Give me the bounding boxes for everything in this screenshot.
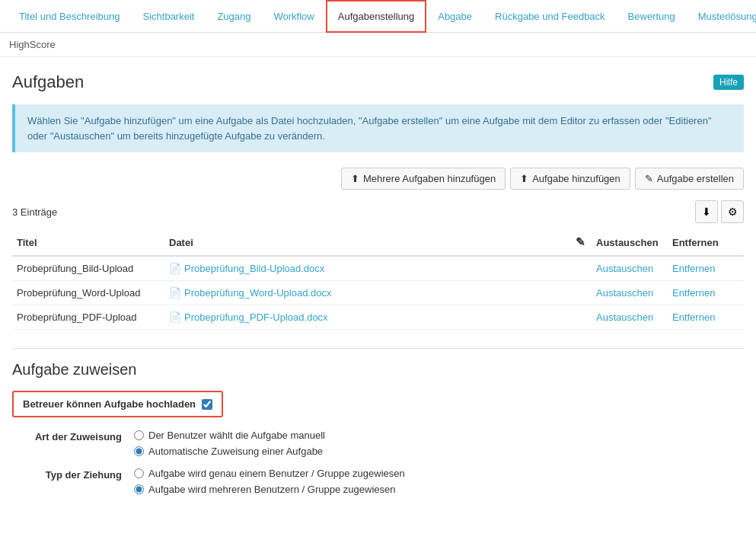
assign-title: Aufgabe zuweisen (12, 361, 744, 379)
tab-aufgabenstellung[interactable]: Aufgabenstellung (326, 0, 426, 33)
settings-button[interactable]: ⚙ (721, 200, 744, 223)
tab-workflow[interactable]: Workflow (263, 1, 326, 32)
typ-options: Aufgabe wird genau einem Benutzer / Grup… (134, 468, 405, 495)
betreuer-checkbox-row: Betreuer können Aufgabe hochladen (12, 391, 223, 417)
entfernen-link-2[interactable]: Entfernen (672, 312, 715, 323)
typ-ziehung-group: Typ der Ziehung Aufgabe wird genau einem… (12, 468, 744, 495)
typ-radio-single[interactable] (134, 468, 144, 478)
table-icon-buttons: ⬇ ⚙ (695, 200, 744, 223)
subnav-label: HighScore (9, 39, 56, 50)
art-options: Der Benutzer wählt die Aufgabe manuell A… (134, 430, 325, 457)
tab-zugang[interactable]: Zugang (206, 1, 262, 32)
art-option-auto-label: Automatische Zuweisung einer Aufgabe (148, 446, 323, 457)
cell-austauschen-2: Austauschen (592, 305, 668, 330)
cell-austauschen-0: Austauschen (592, 256, 668, 281)
col-header-datei: Datei (164, 229, 569, 256)
aufgaben-section-header: Aufgaben Hilfe (12, 72, 744, 92)
betreuer-label: Betreuer können Aufgabe hochladen (23, 398, 196, 410)
aufgabe-hinzufuegen-button[interactable]: ⬆ Aufgabe hinzufügen (510, 168, 630, 190)
cell-austauschen-1: Austauschen (592, 281, 668, 305)
typ-radio-multi[interactable] (134, 484, 144, 494)
col-header-edit: ✎ (569, 229, 592, 256)
typ-option-multi[interactable]: Aufgabe wird mehreren Benutzern / Gruppe… (134, 484, 405, 495)
cell-edit-2 (569, 305, 592, 330)
typ-option-multi-label: Aufgabe wird mehreren Benutzern / Gruppe… (148, 484, 395, 495)
cell-datei-1: 📄 Probeprüfung_Word-Upload.docx (164, 281, 569, 305)
typ-option-single-label: Aufgabe wird genau einem Benutzer / Grup… (148, 468, 405, 479)
entfernen-link-0[interactable]: Entfernen (672, 263, 715, 274)
cell-datei-2: 📄 Probeprüfung_PDF-Upload.docx (164, 305, 569, 330)
cell-edit-1 (569, 281, 592, 305)
file-link-2[interactable]: 📄 Probeprüfung_PDF-Upload.docx (169, 312, 328, 323)
table-row: Probeprüfung_PDF-Upload 📄 Probeprüfung_P… (12, 305, 744, 330)
austauschen-link-1[interactable]: Austauschen (596, 287, 653, 299)
download-button[interactable]: ⬇ (695, 200, 718, 223)
aufgabe-erstellen-button[interactable]: ✎ Aufgabe erstellen (635, 168, 744, 190)
edit-icon-header: ✎ (576, 235, 585, 248)
table-row: Probeprüfung_Bild-Upload 📄 Probeprüfung_… (12, 256, 744, 281)
col-header-entfernen: Entfernen (668, 229, 744, 256)
cell-titel-1: Probeprüfung_Word-Upload (12, 281, 164, 305)
table-header-row: Titel Datei ✎ Austauschen Entfernen (12, 229, 744, 256)
info-text: Wählen Sie "Aufgabe hinzufügen" um eine … (27, 115, 712, 142)
tab-bewertung[interactable]: Bewertung (617, 1, 687, 32)
col-header-austauschen: Austauschen (592, 229, 668, 256)
aufgaben-table: Titel Datei ✎ Austauschen Entfernen Prob… (12, 229, 744, 330)
assign-section: Aufgabe zuweisen Betreuer können Aufgabe… (12, 361, 744, 521)
file-icon-1: 📄 (169, 287, 181, 299)
table-row: Probeprüfung_Word-Upload 📄 Probeprüfung_… (12, 281, 744, 305)
typ-option-single[interactable]: Aufgabe wird genau einem Benutzer / Grup… (134, 468, 405, 479)
settings-icon: ⚙ (728, 206, 738, 218)
tab-rueckgabe[interactable]: Rückgabe und Feedback (483, 1, 617, 32)
file-icon-0: 📄 (169, 263, 181, 274)
tab-abgabe[interactable]: Abgabe (426, 1, 483, 32)
austauschen-link-2[interactable]: Austauschen (596, 312, 653, 323)
main-content: Aufgaben Hilfe Wählen Sie "Aufgabe hinzu… (0, 57, 756, 536)
cell-entfernen-2: Entfernen (668, 305, 744, 330)
typ-label: Typ der Ziehung (12, 468, 134, 481)
file-link-0[interactable]: 📄 Probeprüfung_Bild-Upload.docx (169, 263, 324, 274)
mehrere-aufgaben-button[interactable]: ⬆ Mehrere Aufgaben hinzufügen (341, 168, 506, 190)
art-radio-manual[interactable] (134, 430, 144, 440)
entries-count: 3 Einträge (12, 206, 57, 218)
info-box: Wählen Sie "Aufgabe hinzufügen" um eine … (12, 104, 744, 152)
action-buttons: ⬆ Mehrere Aufgaben hinzufügen ⬆ Aufgabe … (12, 168, 744, 190)
art-zuweisung-group: Art der Zuweisung Der Benutzer wählt die… (12, 430, 744, 457)
nav-tabs: Titel und Beschreibung Sichtbarkeit Zuga… (0, 0, 756, 33)
help-button[interactable]: Hilfe (713, 75, 744, 90)
cell-titel-0: Probeprüfung_Bild-Upload (12, 256, 164, 281)
austauschen-link-0[interactable]: Austauschen (596, 263, 653, 274)
tab-sichtbarkeit[interactable]: Sichtbarkeit (132, 1, 206, 32)
cell-edit-0 (569, 256, 592, 281)
art-radio-auto[interactable] (134, 446, 144, 456)
art-option-auto[interactable]: Automatische Zuweisung einer Aufgabe (134, 446, 325, 457)
sub-nav: HighScore (0, 33, 756, 57)
section-divider (12, 348, 744, 349)
download-icon: ⬇ (702, 206, 711, 218)
tab-musterlosung[interactable]: Musterlösung (687, 1, 756, 32)
cell-datei-0: 📄 Probeprüfung_Bild-Upload.docx (164, 256, 569, 281)
betreuer-checkbox[interactable] (202, 399, 212, 410)
entfernen-link-1[interactable]: Entfernen (672, 287, 715, 299)
art-label: Art der Zuweisung (12, 430, 134, 443)
art-option-manual[interactable]: Der Benutzer wählt die Aufgabe manuell (134, 430, 325, 441)
cell-titel-2: Probeprüfung_PDF-Upload (12, 305, 164, 330)
cell-entfernen-0: Entfernen (668, 256, 744, 281)
col-header-titel: Titel (12, 229, 164, 256)
file-link-1[interactable]: 📄 Probeprüfung_Word-Upload.docx (169, 287, 331, 299)
art-option-manual-label: Der Benutzer wählt die Aufgabe manuell (148, 430, 325, 441)
aufgaben-title: Aufgaben (12, 72, 84, 92)
edit-icon-erstellen: ✎ (645, 173, 653, 184)
upload-icon-mehrere: ⬆ (351, 173, 359, 184)
table-meta: 3 Einträge ⬇ ⚙ (12, 200, 744, 223)
cell-entfernen-1: Entfernen (668, 281, 744, 305)
tab-titel[interactable]: Titel und Beschreibung (8, 1, 132, 32)
file-icon-2: 📄 (169, 312, 181, 323)
upload-icon-hinzufuegen: ⬆ (520, 173, 528, 184)
